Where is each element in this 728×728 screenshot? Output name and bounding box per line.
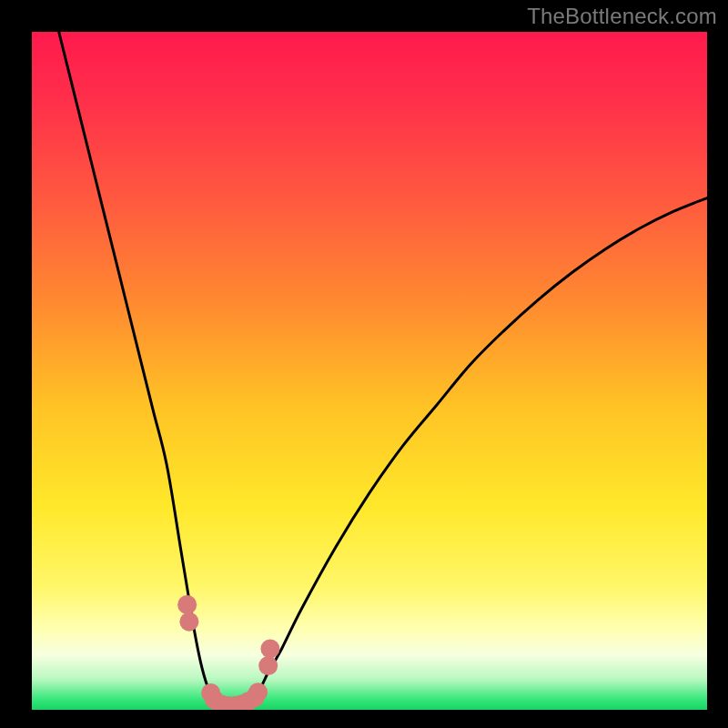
chart-stage: TheBottleneck.com	[0, 0, 728, 728]
gradient-background	[32, 32, 707, 710]
sample-dot	[177, 595, 197, 614]
bottleneck-chart	[0, 0, 728, 728]
sample-dot	[179, 612, 198, 632]
sample-dot	[260, 639, 279, 658]
sample-dot	[248, 682, 268, 702]
watermark-text: TheBottleneck.com	[527, 4, 717, 29]
sample-dot	[258, 656, 278, 675]
